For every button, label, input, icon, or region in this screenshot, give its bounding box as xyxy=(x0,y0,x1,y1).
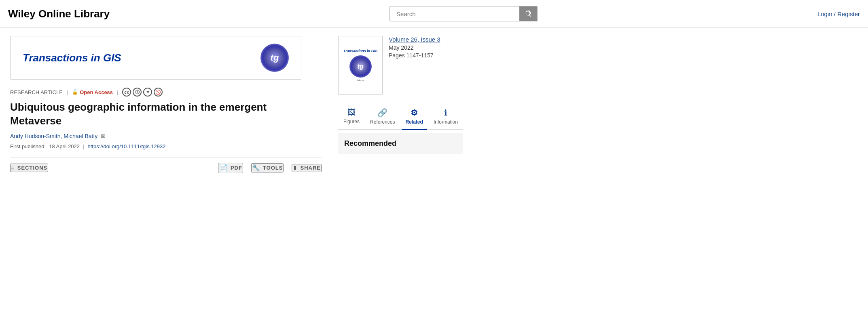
tools-button[interactable]: 🔧 TOOLS xyxy=(251,163,284,172)
volume-link[interactable]: Volume 26, Issue 3 xyxy=(389,36,463,43)
journal-title: Transactions in GIS xyxy=(23,52,121,64)
tools-label: TOOLS xyxy=(263,165,283,171)
first-published-date: 18 April 2022 xyxy=(49,143,80,149)
email-icon: ✉ xyxy=(101,133,106,139)
cover-info: Volume 26, Issue 3 May 2022 Pages 1147-1… xyxy=(389,36,463,59)
open-access-badge: 🔓 Open Access xyxy=(72,89,113,95)
search-input[interactable] xyxy=(390,7,519,21)
share-icon: ⬆ xyxy=(292,165,298,171)
sections-label: SECTIONS xyxy=(17,165,47,171)
journal-logo-circle: tg xyxy=(260,44,289,72)
cc-by-icon: ⓘ xyxy=(133,88,142,97)
login-register-link[interactable]: Login / Register xyxy=(817,11,860,17)
volume-label: Volume 26, Issue 3 xyxy=(389,36,440,43)
tab-navigation: 🖼 Figures 🔗 References ⚙ Related ℹ Infor… xyxy=(338,105,463,130)
references-icon: 🔗 xyxy=(377,108,387,118)
meta-separator-2: | xyxy=(117,89,118,95)
cover-bottom-text: Editors xyxy=(357,79,364,82)
share-button[interactable]: ⬆ SHARE xyxy=(292,164,322,172)
recommended-title: Recommended xyxy=(344,139,457,148)
cc-sa-icon: = xyxy=(143,88,152,97)
header: Wiley Online Library Login / Register xyxy=(0,0,868,28)
cover-title-small: Transactions in GIS xyxy=(343,49,377,53)
main-layout: Transactions in GIS tg RESEARCH ARTICLE … xyxy=(0,28,868,181)
article-type-label: RESEARCH ARTICLE xyxy=(10,89,63,95)
cover-section: Transactions in GIS tg Editors Volume 26… xyxy=(338,36,463,95)
tab-references-label: References xyxy=(370,119,395,125)
cc-icon: cc xyxy=(122,88,131,97)
toolbar-right: 📄 PDF 🔧 TOOLS ⬆ SHARE xyxy=(218,163,322,173)
search-button[interactable] xyxy=(519,6,537,21)
header-search-area xyxy=(390,6,538,21)
authors-text: Andy Hudson-Smith, Michael Batty xyxy=(10,133,97,139)
meta-separator-1: | xyxy=(67,89,68,95)
cover-logo-small: tg xyxy=(349,55,372,78)
figures-icon: 🖼 xyxy=(347,108,356,117)
sections-icon: ≡ xyxy=(11,164,15,171)
information-icon: ℹ xyxy=(444,108,447,118)
journal-banner: Transactions in GIS tg xyxy=(10,36,301,80)
tools-icon: 🔧 xyxy=(252,164,260,172)
search-box[interactable] xyxy=(390,6,538,21)
tab-figures[interactable]: 🖼 Figures xyxy=(339,105,364,130)
cover-image: Transactions in GIS tg Editors xyxy=(338,36,383,95)
doi-row: First published: 18 April 2022 | https:/… xyxy=(10,143,322,149)
pdf-icon: 📄 xyxy=(219,164,228,172)
recommended-section: Recommended xyxy=(338,133,463,154)
pdf-button[interactable]: 📄 PDF xyxy=(218,163,243,173)
tab-information-label: Information xyxy=(434,119,458,125)
sidebar: Transactions in GIS tg Editors Volume 26… xyxy=(332,28,469,181)
tab-related[interactable]: ⚙ Related xyxy=(402,105,427,130)
share-label: SHARE xyxy=(300,165,321,171)
tab-information[interactable]: ℹ Information xyxy=(430,105,462,130)
open-access-label: Open Access xyxy=(80,89,113,95)
cover-pages: Pages 1147-1157 xyxy=(389,52,463,59)
lock-icon: 🔓 xyxy=(72,89,78,95)
related-icon: ⚙ xyxy=(411,108,418,118)
cover-date: May 2022 xyxy=(389,44,463,51)
cc-nc-icon: 🚫 xyxy=(154,88,163,97)
article-meta-row: RESEARCH ARTICLE | 🔓 Open Access | cc ⓘ … xyxy=(10,88,322,97)
first-published-label: First published: xyxy=(10,143,46,149)
pdf-label: PDF xyxy=(231,165,242,171)
site-logo: Wiley Online Library xyxy=(8,8,110,20)
tab-figures-label: Figures xyxy=(343,119,360,124)
tab-references[interactable]: 🔗 References xyxy=(366,105,399,130)
sections-button[interactable]: ≡ SECTIONS xyxy=(10,164,48,172)
doi-separator: | xyxy=(83,143,84,149)
tab-related-label: Related xyxy=(406,119,423,125)
article-area: Transactions in GIS tg RESEARCH ARTICLE … xyxy=(0,28,332,181)
doi-link[interactable]: https://doi.org/10.1111/tgis.12932 xyxy=(87,143,165,149)
toolbar-row: ≡ SECTIONS 📄 PDF 🔧 TOOLS ⬆ SHARE xyxy=(10,158,322,173)
cc-icons: cc ⓘ = 🚫 xyxy=(122,88,163,97)
article-title: Ubiquitous geographic information in the… xyxy=(10,101,293,128)
search-icon xyxy=(524,10,532,18)
authors-row: Andy Hudson-Smith, Michael Batty ✉ xyxy=(10,133,322,139)
